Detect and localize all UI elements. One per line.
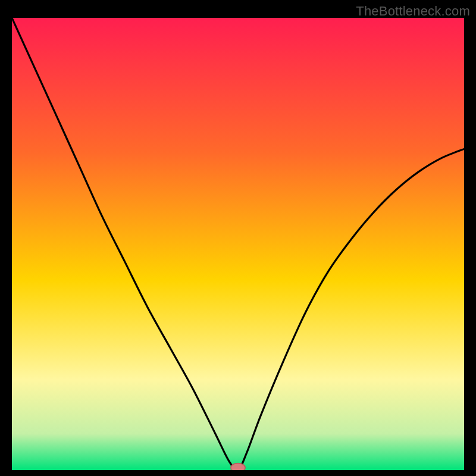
watermark-text: TheBottleneck.com — [356, 4, 470, 19]
svg-rect-0 — [12, 18, 464, 470]
chart-frame: TheBottleneck.com — [0, 0, 476, 476]
background-gradient — [12, 18, 464, 470]
plot-outer — [12, 18, 464, 470]
plot-area — [12, 18, 464, 470]
